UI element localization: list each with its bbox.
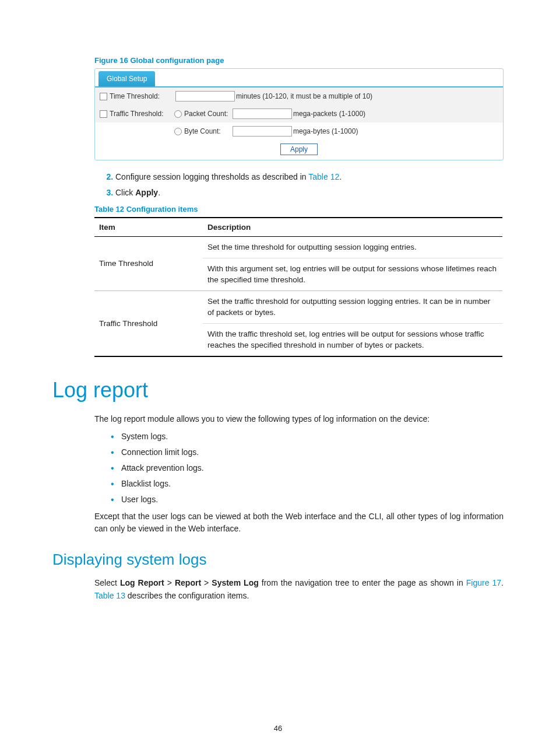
link-table-13[interactable]: Table 13 bbox=[94, 591, 125, 600]
step-3: Click Apply. bbox=[115, 187, 504, 199]
tab-global-setup[interactable]: Global Setup bbox=[98, 71, 155, 86]
byte-count-radio-label: Byte Count: bbox=[174, 127, 231, 135]
cell-time-desc-2: With this argument set, log entries will… bbox=[203, 258, 502, 290]
packet-count-radio-label: Packet Count: bbox=[174, 110, 231, 118]
tab-bar: Global Setup bbox=[95, 69, 503, 88]
byte-count-hint: mega-bytes (1-1000) bbox=[293, 127, 358, 135]
time-threshold-checkbox[interactable] bbox=[100, 93, 107, 100]
cell-time-desc-1: Set the time threshold for outputting se… bbox=[203, 237, 502, 258]
bullet-system-logs: System logs. bbox=[111, 430, 504, 443]
figure-global-config: Global Setup Time Threshold: minutes (10… bbox=[94, 68, 504, 160]
bullet-connection-limit-logs: Connection limit logs. bbox=[111, 446, 504, 459]
logreport-note: Except that the user logs can be viewed … bbox=[94, 510, 504, 536]
byte-count-input[interactable] bbox=[233, 126, 292, 136]
packet-count-radio[interactable] bbox=[174, 110, 182, 118]
cell-traffic-desc-2: With the traffic threshold set, log entr… bbox=[203, 323, 502, 356]
nav-system-log: System Log bbox=[212, 578, 258, 587]
heading-displaying-system-logs: Displaying system logs bbox=[52, 551, 504, 569]
nav-log-report: Log Report bbox=[120, 578, 164, 587]
apply-button[interactable]: Apply bbox=[280, 144, 318, 155]
time-threshold-checkbox-label: Time Threshold: bbox=[100, 92, 174, 100]
apply-text: Apply bbox=[135, 188, 158, 197]
packet-count-label: Packet Count: bbox=[184, 110, 228, 118]
table-12-caption: Table 12 Configuration items bbox=[94, 205, 504, 214]
bullet-blacklist-logs: Blacklist logs. bbox=[111, 478, 504, 490]
packet-count-input[interactable] bbox=[233, 108, 292, 119]
page-number: 46 bbox=[0, 724, 556, 733]
row-time-threshold: Time Threshold: minutes (10-120, it must… bbox=[95, 88, 503, 105]
cell-time-threshold: Time Threshold bbox=[94, 237, 203, 291]
link-figure-17[interactable]: Figure 17 bbox=[466, 578, 501, 587]
byte-count-radio[interactable] bbox=[174, 128, 182, 135]
figure-caption: Figure 16 Global configuration page bbox=[94, 56, 504, 65]
table-config-items: Item Description Time Threshold Set the … bbox=[94, 217, 502, 357]
time-threshold-hint: minutes (10-120, it must be a multiple o… bbox=[236, 92, 372, 100]
steps-list: Configure session logging thresholds as … bbox=[94, 171, 504, 199]
traffic-threshold-checkbox-label: Traffic Threshold: bbox=[100, 110, 174, 118]
row-byte-count: Byte Count: mega-bytes (1-1000) bbox=[95, 123, 503, 140]
cell-traffic-desc-1: Set the traffic threshold for outputting… bbox=[203, 290, 502, 323]
packet-count-hint: mega-packets (1-1000) bbox=[293, 110, 365, 118]
time-threshold-label: Time Threshold: bbox=[110, 92, 160, 100]
byte-count-label: Byte Count: bbox=[184, 127, 221, 135]
bullet-attack-prevention-logs: Attack prevention logs. bbox=[111, 462, 504, 474]
traffic-threshold-checkbox[interactable] bbox=[100, 110, 107, 118]
step-2: Configure session logging thresholds as … bbox=[115, 171, 504, 183]
row-traffic-threshold: Traffic Threshold: Packet Count: mega-pa… bbox=[95, 105, 503, 123]
bullet-user-logs: User logs. bbox=[111, 494, 504, 506]
heading-log-report: Log report bbox=[52, 378, 504, 402]
logreport-intro: The log report module allows you to view… bbox=[94, 413, 504, 426]
cell-traffic-threshold: Traffic Threshold bbox=[94, 290, 203, 356]
logreport-bullets: System logs. Connection limit logs. Atta… bbox=[94, 430, 504, 506]
time-threshold-input[interactable] bbox=[175, 91, 235, 102]
traffic-threshold-label: Traffic Threshold: bbox=[110, 110, 163, 118]
nav-report: Report bbox=[175, 578, 201, 587]
displaying-paragraph: Select Log Report > Report > System Log … bbox=[94, 577, 504, 602]
th-description: Description bbox=[203, 218, 502, 237]
th-item: Item bbox=[94, 218, 203, 237]
link-table-12[interactable]: Table 12 bbox=[308, 172, 339, 181]
